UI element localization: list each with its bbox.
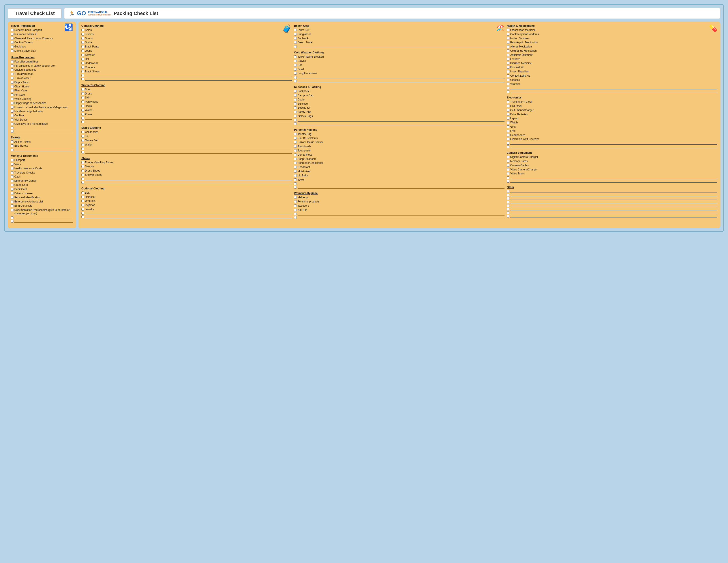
checkbox[interactable]: [81, 161, 84, 164]
checkbox[interactable]: [81, 78, 84, 80]
checkbox[interactable]: [294, 133, 297, 135]
checkbox[interactable]: [294, 145, 297, 148]
checkbox[interactable]: [11, 122, 13, 125]
checkbox[interactable]: [81, 88, 84, 91]
checkbox[interactable]: [11, 188, 13, 190]
checkbox[interactable]: [507, 204, 509, 207]
checkbox[interactable]: [507, 54, 509, 56]
checkbox[interactable]: [294, 122, 297, 125]
checkbox[interactable]: [11, 45, 13, 48]
checkbox[interactable]: [11, 93, 13, 96]
checkbox[interactable]: [11, 220, 13, 222]
checkbox[interactable]: [294, 111, 297, 113]
checkbox[interactable]: [11, 110, 13, 113]
checkbox[interactable]: [81, 204, 84, 206]
checkbox[interactable]: [81, 177, 84, 180]
checkbox[interactable]: [11, 73, 13, 75]
checkbox[interactable]: [294, 182, 297, 185]
checkbox[interactable]: [507, 87, 509, 89]
checkbox[interactable]: [294, 64, 297, 66]
checkbox[interactable]: [294, 80, 297, 82]
checkbox[interactable]: [81, 45, 84, 48]
checkbox[interactable]: [507, 37, 509, 40]
checkbox[interactable]: [507, 201, 509, 203]
checkbox[interactable]: [507, 79, 509, 81]
checkbox[interactable]: [294, 186, 297, 188]
checkbox[interactable]: [11, 102, 13, 104]
checkbox[interactable]: [81, 181, 84, 184]
checkbox[interactable]: [11, 126, 13, 129]
checkbox[interactable]: [11, 114, 13, 117]
checkbox[interactable]: [507, 180, 509, 182]
checkbox[interactable]: [294, 45, 297, 48]
checkbox[interactable]: [11, 64, 13, 67]
checkbox[interactable]: [507, 142, 509, 145]
checkbox[interactable]: [507, 194, 509, 196]
checkbox[interactable]: [11, 144, 13, 147]
checkbox[interactable]: [294, 178, 297, 181]
checkbox[interactable]: [294, 68, 297, 71]
checkbox[interactable]: [81, 41, 84, 44]
checkbox[interactable]: [507, 66, 509, 69]
checkbox[interactable]: [294, 41, 297, 44]
checkbox[interactable]: [81, 143, 84, 146]
checkbox[interactable]: [294, 137, 297, 139]
checkbox[interactable]: [507, 176, 509, 179]
checkbox[interactable]: [294, 162, 297, 164]
checkbox[interactable]: [81, 169, 84, 172]
checkbox[interactable]: [507, 70, 509, 73]
checkbox[interactable]: [81, 117, 84, 120]
checkbox[interactable]: [81, 37, 84, 40]
checkbox[interactable]: [507, 58, 509, 60]
checkbox[interactable]: [81, 62, 84, 64]
checkbox[interactable]: [81, 173, 84, 176]
checkbox[interactable]: [81, 96, 84, 99]
checkbox[interactable]: [294, 76, 297, 79]
checkbox[interactable]: [11, 159, 13, 161]
checkbox[interactable]: [294, 98, 297, 101]
checkbox[interactable]: [294, 115, 297, 117]
checkbox[interactable]: [81, 29, 84, 31]
checkbox[interactable]: [81, 208, 84, 211]
checkbox[interactable]: [11, 81, 13, 84]
checkbox[interactable]: [11, 171, 13, 174]
checkbox[interactable]: [294, 141, 297, 143]
checkbox[interactable]: [294, 209, 297, 211]
checkbox[interactable]: [11, 140, 13, 143]
checkbox[interactable]: [507, 145, 509, 148]
checkbox[interactable]: [507, 125, 509, 128]
checkbox[interactable]: [11, 85, 13, 88]
checkbox[interactable]: [11, 37, 13, 40]
checkbox[interactable]: [507, 74, 509, 77]
checkbox[interactable]: [507, 172, 509, 175]
checkbox[interactable]: [294, 200, 297, 203]
checkbox[interactable]: [507, 156, 509, 158]
checkbox[interactable]: [507, 33, 509, 36]
checkbox[interactable]: [11, 179, 13, 182]
checkbox[interactable]: [507, 29, 509, 31]
checkbox[interactable]: [507, 215, 509, 217]
checkbox[interactable]: [294, 55, 297, 58]
checkbox[interactable]: [81, 215, 84, 218]
checkbox[interactable]: [11, 175, 13, 178]
checkbox[interactable]: [294, 106, 297, 109]
checkbox[interactable]: [11, 77, 13, 79]
checkbox[interactable]: [507, 62, 509, 64]
checkbox[interactable]: [11, 29, 13, 31]
checkbox[interactable]: [11, 184, 13, 186]
checkbox[interactable]: [11, 192, 13, 195]
checkbox[interactable]: [81, 54, 84, 56]
checkbox[interactable]: [507, 113, 509, 116]
checkbox[interactable]: [11, 60, 13, 63]
checkbox[interactable]: [81, 100, 84, 103]
checkbox[interactable]: [294, 158, 297, 160]
checkbox[interactable]: [507, 208, 509, 210]
checkbox[interactable]: [11, 49, 13, 52]
checkbox[interactable]: [11, 196, 13, 199]
checkbox[interactable]: [294, 170, 297, 173]
checkbox[interactable]: [11, 200, 13, 203]
checkbox[interactable]: [507, 160, 509, 162]
checkbox[interactable]: [507, 164, 509, 167]
checkbox[interactable]: [507, 168, 509, 171]
checkbox[interactable]: [11, 163, 13, 165]
